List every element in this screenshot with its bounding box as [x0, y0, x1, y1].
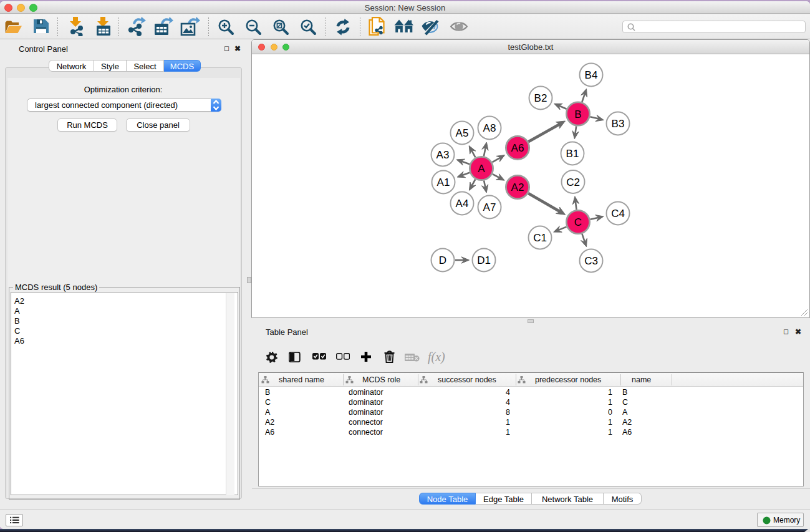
- svg-text:B: B: [574, 109, 581, 120]
- svg-text:A: A: [478, 163, 485, 175]
- svg-text:C4: C4: [611, 208, 625, 220]
- svg-text:C3: C3: [584, 255, 598, 267]
- svg-text:B2: B2: [534, 92, 547, 104]
- svg-text:A1: A1: [437, 177, 450, 188]
- svg-text:C1: C1: [533, 232, 547, 244]
- svg-text:A6: A6: [511, 142, 524, 154]
- svg-text:B1: B1: [566, 148, 579, 160]
- svg-text:C2: C2: [566, 177, 580, 188]
- svg-text:A5: A5: [456, 127, 469, 139]
- svg-text:A7: A7: [483, 201, 496, 213]
- svg-text:A4: A4: [456, 198, 469, 210]
- svg-text:D: D: [439, 254, 446, 266]
- svg-text:C: C: [574, 216, 582, 228]
- svg-text:A8: A8: [483, 122, 496, 134]
- svg-text:A3: A3: [436, 149, 450, 161]
- svg-text:B3: B3: [612, 118, 625, 130]
- svg-text:A2: A2: [511, 181, 524, 193]
- svg-text:D1: D1: [477, 254, 491, 266]
- svg-text:B4: B4: [585, 69, 598, 81]
